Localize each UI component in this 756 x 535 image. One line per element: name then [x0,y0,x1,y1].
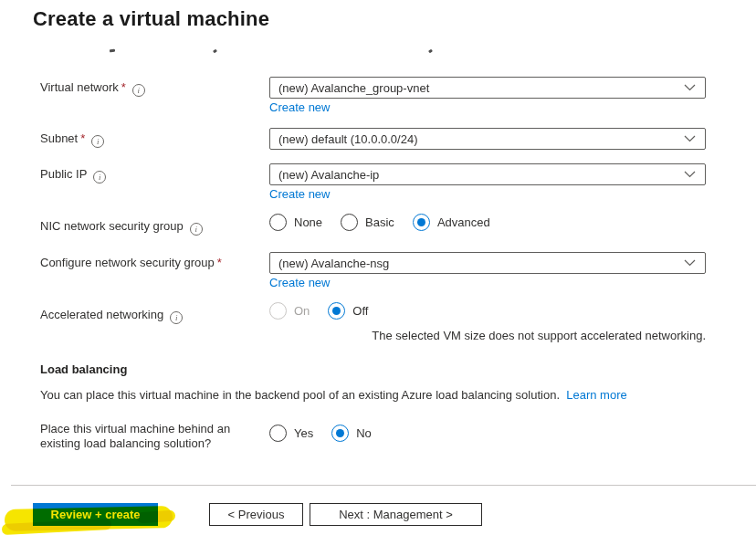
radio-advanced[interactable]: Advanced [413,214,490,231]
footer-divider [11,485,756,486]
configure-nsg-label: Configure network security group* [40,256,222,269]
radio-circle[interactable] [413,214,430,231]
load-balancing-heading: Load balancing [40,362,127,376]
info-icon[interactable]: i [91,135,104,148]
radio-off[interactable]: Off [328,302,368,320]
learn-more-link[interactable]: Learn more [566,388,626,402]
radio-none[interactable]: None [269,214,322,231]
radio-no[interactable]: No [331,425,372,442]
chevron-down-icon [684,259,696,267]
accelerated-networking-radio-group: On Off [269,302,386,320]
page-title: Create a virtual machine [33,7,269,31]
info-icon[interactable]: i [170,311,183,324]
info-icon[interactable]: i [93,171,106,184]
previous-button[interactable]: < Previous [209,503,303,526]
configure-nsg-create-new-link[interactable]: Create new [269,276,330,289]
info-icon[interactable]: i [132,84,145,97]
radio-circle[interactable] [269,214,287,231]
radio-circle [269,302,287,320]
chevron-down-icon [684,135,696,142]
next-management-button[interactable]: Next : Management > [310,503,482,526]
configure-nsg-value: (new) Avalanche-nsg [278,257,389,270]
radio-circle[interactable] [328,302,345,320]
chevron-down-icon [684,171,696,178]
required-asterisk: * [80,131,85,145]
review-create-button[interactable]: Review + create [33,503,158,526]
subnet-label: Subnet*i [40,131,104,148]
create-vm-page: Create a virtual machine Virtual network… [0,0,756,535]
load-balancing-radio-group: Yes No [269,425,390,442]
clipped-text-remnant [213,49,217,54]
radio-circle[interactable] [331,425,349,442]
virtual-network-dropdown[interactable]: (new) Avalanche_group-vnet [269,77,706,99]
configure-nsg-dropdown[interactable]: (new) Avalanche-nsg [269,252,706,274]
clipped-text-remnant [110,49,115,53]
required-asterisk: * [217,256,222,269]
virtual-network-value: (new) Avalanche_group-vnet [278,81,429,95]
virtual-network-label: Virtual network*i [40,80,145,97]
accelerated-networking-label: Accelerated networkingi [40,308,183,324]
nic-nsg-label: NIC network security groupi [40,219,203,236]
virtual-network-create-new-link[interactable]: Create new [269,100,330,114]
radio-basic[interactable]: Basic [341,214,394,231]
subnet-dropdown[interactable]: (new) default (10.0.0.0/24) [269,128,706,150]
radio-circle[interactable] [269,425,287,442]
public-ip-dropdown[interactable]: (new) Avalanche-ip [269,163,706,185]
required-asterisk: * [121,80,126,94]
public-ip-value: (new) Avalanche-ip [278,168,379,182]
accelerated-networking-note: The selected VM size does not support ac… [269,329,706,342]
radio-on: On [269,302,310,320]
nic-nsg-radio-group: None Basic Advanced [269,214,509,231]
radio-circle[interactable] [341,214,358,231]
info-icon[interactable]: i [190,223,203,236]
chevron-down-icon [684,84,696,91]
public-ip-label: Public IPi [40,167,106,184]
load-balancing-question-label: Place this virtual machine behind anexis… [40,422,230,451]
clipped-text-remnant [428,49,433,54]
radio-yes[interactable]: Yes [269,425,313,442]
load-balancing-description: You can place this virtual machine in th… [40,388,627,402]
public-ip-create-new-link[interactable]: Create new [269,187,330,201]
subnet-value: (new) default (10.0.0.0/24) [278,132,417,146]
